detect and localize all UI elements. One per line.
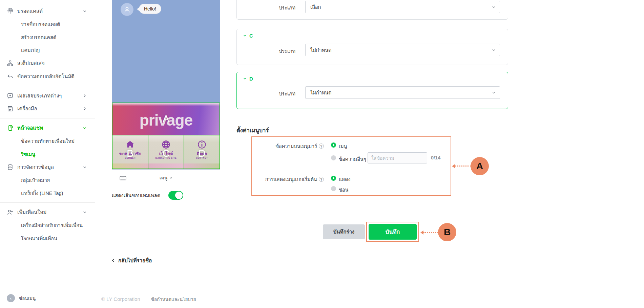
richmenu-banner-area-a[interactable]: privage A — [112, 103, 220, 135]
chevron-right-icon — [83, 107, 87, 111]
other-text-input[interactable] — [368, 152, 427, 163]
richmenu-cells: ระบบสมาชิก MEMBER B เว็บไซต์ MARKETING S… — [112, 135, 220, 169]
menu-bar-label: เมนู — [160, 174, 168, 181]
chevron-down-icon — [169, 176, 172, 179]
chat-preview: Hello! — [112, 0, 220, 103]
sidebar-item-friend-ads[interactable]: โฆษณาเพิ่มเพื่อน — [0, 232, 95, 245]
section-divider — [111, 208, 627, 208]
sidebar-item-chat-screen[interactable]: หน้าจอแชท — [0, 122, 95, 135]
type-label: ประเภท — [251, 47, 295, 55]
cell-image-strip — [184, 163, 220, 169]
annotation-marker-b: B — [438, 223, 456, 241]
sidebar-item-data-management[interactable]: การจัดการข้อมูล — [0, 160, 95, 174]
collapse-chevron-icon: ‹ — [7, 294, 15, 302]
area-label-a: A — [163, 113, 169, 124]
sidebar-item-rich-menu[interactable]: ริชเมนู — [0, 148, 95, 161]
area-card-title: D — [249, 76, 253, 82]
sidebar-item-add-friends[interactable]: เพิ่มเพื่อนใหม่ — [0, 206, 95, 219]
save-button[interactable]: บันทึก — [369, 224, 417, 240]
richmenu-cell-d[interactable]: ติดต่อ CONTACT D — [184, 135, 220, 169]
annotation-marker-a: A — [471, 157, 489, 175]
radio-menu[interactable] — [331, 142, 336, 148]
auto-reply-icon — [7, 73, 14, 80]
copyright-text: © LY Corporation — [101, 296, 140, 302]
greeting-bubble: Hello! — [139, 4, 161, 14]
annotation-b-arrowhead — [420, 230, 423, 235]
back-to-list-link[interactable]: กลับไปที่รายชื่อ — [111, 257, 152, 266]
footer: © LY Corporation ข้อกำหนดและนโยบาย — [95, 290, 644, 308]
radio-show[interactable] — [331, 176, 336, 181]
shop-icon — [7, 105, 14, 112]
sidebar-item-line-tag[interactable]: แทร็กกิ้ง (LINE Tag) — [0, 186, 95, 200]
area-label-c: C — [162, 148, 170, 159]
chevron-down-icon — [492, 91, 496, 94]
sidebar-divider — [0, 202, 95, 203]
sidebar-item-message-types[interactable]: เมสเสจประเภทต่างๆ — [0, 89, 95, 102]
chevron-left-icon — [111, 258, 116, 264]
sidebar-item-create-broadcast[interactable]: สร้างบรอดแคสต์ — [0, 31, 95, 44]
area-card-title: C — [249, 33, 253, 39]
help-icon[interactable]: ? — [319, 144, 324, 149]
toggle-knob — [175, 192, 183, 199]
annotation-b-arrow — [423, 232, 438, 233]
sidebar-divider — [0, 86, 95, 86]
person-icon — [123, 5, 131, 14]
sidebar-item-target-groups[interactable]: กลุ่มเป้าหมาย — [0, 174, 95, 187]
collapse-chevron-icon[interactable] — [243, 76, 247, 82]
person-plus-icon — [7, 209, 14, 216]
sidebar-item-step-message[interactable]: สเต็ปเมสเสจ — [0, 57, 95, 70]
type-label: ประเภท — [251, 4, 295, 12]
radio-other-text[interactable] — [331, 155, 336, 160]
type-select-top[interactable]: เลือก — [305, 1, 500, 13]
template-border-toggle-row: แสดงเส้นขอบเทมเพลต — [112, 192, 220, 199]
richmenu-cell-c[interactable]: เว็บไซต์ MARKETING SITE C — [148, 135, 184, 169]
radio-show-label: แสดง — [339, 175, 351, 183]
hide-menu-button[interactable]: ‹ ซ่อนเมนู — [7, 294, 36, 302]
database-icon — [7, 164, 14, 171]
avatar — [121, 3, 133, 16]
chevron-down-icon — [83, 165, 87, 169]
radio-menu-label: เมนู — [339, 142, 347, 150]
preview-menu-bar[interactable]: เมนู — [112, 169, 220, 186]
cell-image-strip — [112, 163, 148, 169]
broadcast-icon — [7, 8, 14, 15]
richmenu-cell-b[interactable]: ระบบสมาชิก MEMBER B — [112, 135, 148, 169]
char-counter: 0/14 — [431, 155, 440, 160]
sidebar-item-tools[interactable]: เครื่องมือ — [0, 102, 95, 115]
sidebar-item-broadcast-list[interactable]: รายชื่อบรอดแคสต์ — [0, 18, 95, 31]
sidebar: บรอดแคสต์ รายชื่อบรอดแคสต์ สร้างบรอดแคสต… — [0, 0, 95, 308]
type-select-d[interactable]: ไม่กำหนด — [305, 86, 500, 99]
chevron-down-icon — [492, 5, 496, 9]
default-display-label: การแสดงเมนูแบบเริ่มต้น — [265, 175, 317, 183]
text-on-menubar-label: ข้อความบนเมนูบาร์ — [275, 142, 317, 150]
sidebar-item-broadcast[interactable]: บรอดแคสต์ — [0, 5, 95, 18]
radio-other-text-label: ข้อความอื่นๆ — [339, 155, 366, 163]
help-icon[interactable]: ? — [319, 177, 324, 182]
annotation-a-arrowhead — [452, 164, 455, 168]
sidebar-item-friend-tools[interactable]: เครื่องมือสำหรับการเพิ่มเพื่อน — [0, 219, 95, 232]
template-border-label: แสดงเส้นขอบเทมเพลต — [112, 192, 160, 199]
radio-hide-label: ซ่อน — [339, 186, 348, 194]
chevron-down-icon — [83, 9, 87, 13]
annotation-a-arrow — [455, 166, 471, 167]
menubar-settings-heading: ตั้งค่าเมนูบาร์ — [236, 126, 269, 135]
chevron-down-icon — [83, 210, 87, 214]
keyboard-icon[interactable] — [119, 174, 127, 183]
chevron-down-icon — [492, 48, 496, 52]
type-select-c[interactable]: ไม่กำหนด — [305, 44, 500, 56]
app-root: บรอดแคสต์ รายชื่อบรอดแคสต์ สร้างบรอดแคสต… — [0, 0, 644, 308]
template-border-toggle[interactable] — [168, 191, 183, 200]
chevron-down-icon — [83, 126, 87, 130]
sidebar-item-greeting-message[interactable]: ข้อความทักทายเพื่อนใหม่ — [0, 134, 95, 148]
chat-screen-icon — [7, 125, 14, 131]
terms-link[interactable]: ข้อกำหนดและนโยบาย — [151, 295, 196, 303]
sidebar-item-auto-reply[interactable]: ข้อความตอบกลับอัตโนมัติ — [0, 70, 95, 83]
sidebar-item-campaign[interactable]: แคมเปญ — [0, 44, 95, 57]
chevron-right-icon — [83, 94, 87, 98]
message-types-icon — [7, 92, 14, 99]
save-draft-button[interactable]: บันทึกร่าง — [323, 224, 365, 239]
radio-hide[interactable] — [331, 186, 336, 191]
cell-image-strip — [148, 163, 184, 169]
collapse-chevron-icon[interactable] — [243, 33, 247, 39]
sidebar-divider — [0, 118, 95, 118]
